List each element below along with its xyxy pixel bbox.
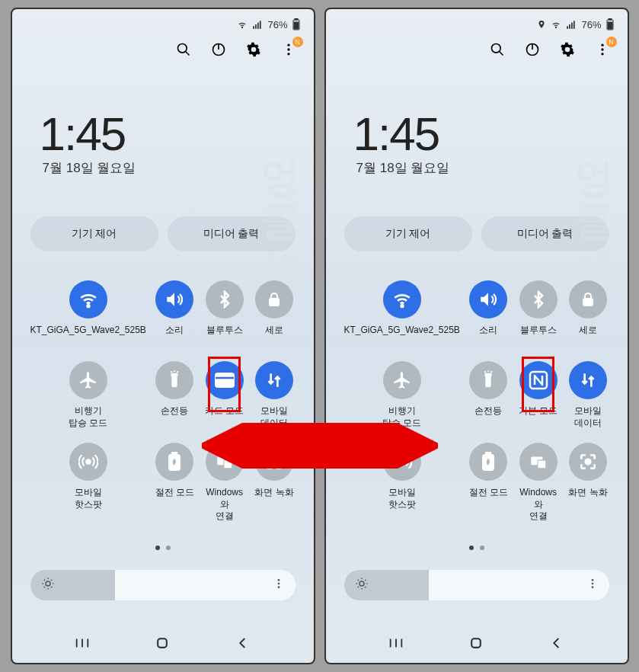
page-dot-2[interactable] <box>480 546 484 550</box>
tile-mobile-data[interactable]: 모바일데이터 <box>253 361 295 429</box>
device-control-pill[interactable]: 기기 제어 <box>344 216 472 251</box>
svg-point-46 <box>556 27 557 28</box>
airplane-icon[interactable] <box>383 361 421 399</box>
tile-flashlight[interactable]: 손전등 <box>154 361 196 429</box>
svg-text:NFC: NFC <box>219 381 229 386</box>
phone-right: 엉클샘 76% N 1:45 7월 18일 월요일 기기 제어 미디어 출력 K… <box>324 8 629 664</box>
tile-label: 블루투스 <box>206 325 243 347</box>
brightness-slider[interactable] <box>30 570 296 600</box>
svg-point-60 <box>601 53 603 55</box>
nav-recents[interactable] <box>72 635 93 651</box>
windows-icon[interactable] <box>206 443 244 481</box>
nfc-card-icon[interactable]: NFC <box>206 361 244 399</box>
settings-icon[interactable] <box>245 41 262 58</box>
tile-hotspot[interactable]: 모바일핫스팟 <box>30 443 146 523</box>
tile-power-save[interactable]: 절전 모드 <box>468 443 510 523</box>
brightness-slider[interactable] <box>344 570 609 600</box>
record-icon[interactable] <box>569 443 607 481</box>
clock-time: 1:45 <box>353 107 600 161</box>
tile-label: Windows와연결 <box>517 487 559 523</box>
tile-nfc-right[interactable]: 기본 모드 <box>517 361 559 429</box>
svg-rect-45 <box>158 638 168 648</box>
page-dot-1[interactable] <box>155 546 160 550</box>
nav-back[interactable] <box>232 635 254 651</box>
nav-home[interactable] <box>465 635 487 651</box>
record-icon[interactable] <box>255 443 293 481</box>
data-icon[interactable] <box>569 361 607 399</box>
wifi-icon <box>551 19 561 30</box>
media-output-pill[interactable]: 미디어 출력 <box>168 216 296 251</box>
nfc-n-icon[interactable] <box>519 361 558 399</box>
svg-rect-26 <box>172 453 177 455</box>
tile-label: 세로 <box>579 325 597 347</box>
page-dot-1[interactable] <box>469 546 474 550</box>
tile-nfc-left[interactable]: NFC카드 모드 <box>203 361 245 429</box>
svg-line-82 <box>365 580 366 581</box>
tile-rotation[interactable]: 세로 <box>567 280 609 347</box>
tile-windows[interactable]: Windows와연결 <box>203 443 245 523</box>
brightness-menu-icon[interactable] <box>586 578 599 593</box>
nav-back[interactable] <box>546 635 567 651</box>
svg-point-13 <box>287 48 289 50</box>
battery-save-icon[interactable] <box>469 443 507 481</box>
tile-bluetooth[interactable]: 블루투스 <box>203 280 245 347</box>
battery-save-icon[interactable] <box>155 443 193 481</box>
lock-icon[interactable] <box>255 280 293 318</box>
tile-label: 비행기탑승 모드 <box>382 405 421 429</box>
tile-label: 기본 모드 <box>519 405 558 428</box>
top-icons-row: N <box>326 35 628 64</box>
hotspot-icon[interactable] <box>69 443 107 481</box>
svg-line-65 <box>485 371 486 373</box>
tile-wifi[interactable]: KT_GiGA_5G_Wave2_525B <box>344 280 460 347</box>
tile-screen-record[interactable]: 화면 녹화 <box>567 443 609 523</box>
svg-rect-70 <box>486 453 490 455</box>
nav-recents[interactable] <box>385 635 407 651</box>
tile-bluetooth[interactable]: 블루투스 <box>517 280 559 347</box>
tile-mobile-data[interactable]: 모바일데이터 <box>567 361 609 429</box>
svg-line-80 <box>365 587 366 587</box>
data-icon[interactable] <box>255 361 293 399</box>
tile-rotation[interactable]: 세로 <box>253 280 295 347</box>
svg-rect-16 <box>270 299 279 306</box>
tile-wifi[interactable]: KT_GiGA_5G_Wave2_525B <box>30 280 146 347</box>
nav-home[interactable] <box>152 635 173 651</box>
wifi-icon[interactable] <box>69 280 107 318</box>
power-icon[interactable] <box>524 41 541 58</box>
bluetooth-icon[interactable] <box>206 280 244 318</box>
svg-line-9 <box>185 52 189 56</box>
brightness-menu-icon[interactable] <box>273 578 285 593</box>
device-control-pill[interactable]: 기기 제어 <box>30 216 158 251</box>
svg-line-37 <box>43 587 44 587</box>
tile-screen-record[interactable]: 화면 녹화 <box>253 443 295 523</box>
lock-icon[interactable] <box>569 280 607 318</box>
power-icon[interactable] <box>210 41 227 58</box>
wifi-icon[interactable] <box>383 280 421 318</box>
tile-hotspot[interactable]: 모바일핫스팟 <box>344 443 460 523</box>
svg-point-83 <box>591 579 593 581</box>
flashlight-icon[interactable] <box>469 361 507 399</box>
svg-rect-72 <box>538 460 546 469</box>
airplane-icon[interactable] <box>69 361 107 399</box>
brightness-icon <box>41 577 55 594</box>
volume-icon[interactable] <box>155 280 193 318</box>
hotspot-icon[interactable] <box>383 443 421 481</box>
search-icon[interactable] <box>489 41 506 58</box>
tile-power-save[interactable]: 절전 모드 <box>154 443 196 523</box>
svg-rect-50 <box>574 21 575 28</box>
tile-airplane[interactable]: 비행기탑승 모드 <box>344 361 460 429</box>
tile-flashlight[interactable]: 손전등 <box>468 361 510 429</box>
settings-icon[interactable] <box>559 41 576 58</box>
volume-icon[interactable] <box>469 280 507 318</box>
page-dot-2[interactable] <box>166 546 171 550</box>
flashlight-icon[interactable] <box>155 361 193 399</box>
status-bar: 76% <box>12 9 314 35</box>
tile-airplane[interactable]: 비행기탑승 모드 <box>30 361 146 429</box>
tile-windows[interactable]: Windows와연결 <box>517 443 559 523</box>
bluetooth-icon[interactable] <box>519 280 558 318</box>
tile-sound[interactable]: 소리 <box>154 280 196 347</box>
search-icon[interactable] <box>175 41 192 58</box>
tile-sound[interactable]: 소리 <box>468 280 510 347</box>
media-output-pill[interactable]: 미디어 출력 <box>481 216 609 251</box>
svg-line-20 <box>177 371 178 373</box>
windows-icon[interactable] <box>519 443 558 481</box>
